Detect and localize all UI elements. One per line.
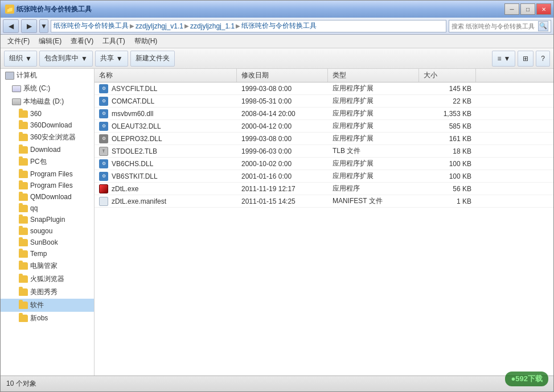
folder-icon bbox=[19, 239, 28, 246]
sidebar-item[interactable]: sougou bbox=[1, 225, 94, 237]
tlb-icon: T bbox=[99, 147, 108, 156]
file-name: COMCAT.DLL bbox=[112, 97, 154, 105]
organize-button[interactable]: 组织 ▼ bbox=[4, 51, 37, 67]
sidebar-item[interactable]: QMDownload bbox=[1, 191, 94, 203]
file-date-cell: 1999-03-08 0:00 bbox=[237, 82, 328, 94]
table-row[interactable]: ⚙VB6STKIT.DLL2001-01-16 0:00应用程序扩展100 KB bbox=[95, 170, 553, 183]
main-window: 📁 纸张吨价与令价转换工具 ─ □ ✕ ◀ ▶ ▼ 纸张吨价与令价转换工具 ▶ … bbox=[0, 0, 554, 392]
sidebar-item[interactable]: 新obs bbox=[1, 312, 94, 325]
file-type-cell: 应用程序扩展 bbox=[328, 82, 419, 94]
file-type-cell: TLB 文件 bbox=[328, 145, 419, 157]
folder-icon bbox=[19, 122, 28, 129]
file-size-cell: 585 KB bbox=[419, 120, 476, 132]
folder-icon bbox=[19, 228, 28, 235]
forward-button[interactable]: ▶ bbox=[21, 19, 37, 33]
sidebar-item[interactable]: Program Files bbox=[1, 180, 94, 191]
breadcrumb-item[interactable]: zzdjyljzhgj_1.1 bbox=[190, 22, 235, 30]
sidebar-item[interactable]: 电脑管家 bbox=[1, 259, 94, 273]
dll-icon: ⚙ bbox=[99, 97, 108, 106]
folder-icon bbox=[19, 171, 28, 178]
help-toolbar-button[interactable]: ? bbox=[536, 51, 550, 67]
header-size[interactable]: 大小 bbox=[419, 69, 476, 82]
table-row[interactable]: ⚙COMCAT.DLL1998-05-31 0:00应用程序扩展22 KB bbox=[95, 95, 553, 108]
close-button[interactable]: ✕ bbox=[536, 3, 551, 15]
sidebar-item[interactable]: 软件 bbox=[1, 299, 94, 312]
header-date[interactable]: 修改日期 bbox=[237, 69, 328, 82]
file-name-cell: zDtL.exe.manifest bbox=[95, 195, 237, 207]
sidebar-item[interactable]: SnapPlugin bbox=[1, 214, 94, 225]
help-icon: ? bbox=[541, 55, 545, 63]
table-row[interactable]: TSTDOLE2.TLB1999-06-03 0:00TLB 文件18 KB bbox=[95, 145, 553, 158]
sidebar-item[interactable]: Program Files bbox=[1, 168, 94, 180]
table-row[interactable]: ⚙VB6CHS.DLL2000-10-02 0:00应用程序扩展100 KB bbox=[95, 158, 553, 170]
search-box: 🔍 bbox=[449, 20, 551, 32]
sidebar-item[interactable]: 360 bbox=[1, 108, 94, 119]
menu-bar: 文件(F) 编辑(E) 查看(V) 工具(T) 帮助(H) bbox=[1, 35, 553, 48]
sidebar-item[interactable]: Download bbox=[1, 144, 94, 155]
breadcrumb-item-current[interactable]: 纸张吨价与令价转换工具 bbox=[241, 21, 317, 31]
toolbar: 组织 ▼ 包含到库中 ▼ 共享 ▼ 新建文件夹 ≡ ▼ ⊞ ? bbox=[1, 48, 553, 69]
sidebar-item[interactable]: 本地磁盘 (D:) bbox=[1, 95, 94, 108]
sidebar-item[interactable]: 系统 (C:) bbox=[1, 82, 94, 95]
breadcrumb-separator: ▶ bbox=[184, 23, 189, 29]
sidebar-item[interactable]: 360Download bbox=[1, 119, 94, 131]
minimize-button[interactable]: ─ bbox=[504, 3, 519, 15]
sidebar-item[interactable]: PC包 bbox=[1, 155, 94, 168]
folder-icon bbox=[19, 205, 28, 212]
new-folder-button[interactable]: 新建文件夹 bbox=[130, 51, 175, 67]
back-button[interactable]: ◀ bbox=[3, 19, 19, 33]
preview-button[interactable]: ⊞ bbox=[518, 51, 534, 67]
sidebar-item-label: Temp bbox=[30, 250, 47, 258]
nav-dropdown-button[interactable]: ▼ bbox=[39, 19, 48, 33]
table-row[interactable]: ⚙OLEPRO32.DLL1999-03-08 0:00应用程序扩展161 KB bbox=[95, 133, 553, 145]
menu-view[interactable]: 查看(V) bbox=[66, 35, 98, 47]
file-name-cell: zDtL.exe bbox=[95, 183, 237, 195]
search-input[interactable] bbox=[452, 23, 537, 30]
file-name-cell: ⚙OLEPRO32.DLL bbox=[95, 133, 237, 145]
table-row[interactable]: ⚙OLEAUT32.DLL2000-04-12 0:00应用程序扩展585 KB bbox=[95, 120, 553, 133]
title-bar: 📁 纸张吨价与令价转换工具 ─ □ ✕ bbox=[1, 1, 553, 18]
title-bar-left: 📁 纸张吨价与令价转换工具 bbox=[5, 5, 92, 14]
share-dropdown-icon: ▼ bbox=[116, 55, 123, 63]
menu-edit[interactable]: 编辑(E) bbox=[34, 35, 66, 47]
sidebar-item-label: QMDownload bbox=[30, 193, 72, 201]
header-type[interactable]: 类型 bbox=[328, 69, 419, 82]
address-bar: ◀ ▶ ▼ 纸张吨价与令价转换工具 ▶ zzdjyljzhgj_v1.1 ▶ z… bbox=[1, 18, 553, 35]
drive-gray-icon bbox=[12, 98, 21, 105]
menu-file[interactable]: 文件(F) bbox=[3, 35, 34, 47]
sidebar-item[interactable]: Temp bbox=[1, 248, 94, 259]
maximize-button[interactable]: □ bbox=[520, 3, 535, 15]
file-size-cell: 22 KB bbox=[419, 95, 476, 107]
breadcrumb-item[interactable]: zzdjyljzhgj_v1.1 bbox=[136, 22, 183, 30]
table-row[interactable]: zDtL.exe2011-11-19 12:17应用程序56 KB bbox=[95, 183, 553, 195]
sidebar-item-label: PC包 bbox=[30, 157, 47, 167]
sidebar-item-label: qq bbox=[30, 204, 38, 212]
include-library-button[interactable]: 包含到库中 ▼ bbox=[39, 51, 93, 67]
sidebar-item[interactable]: qq bbox=[1, 203, 94, 214]
header-name[interactable]: 名称 bbox=[95, 69, 237, 82]
share-button[interactable]: 共享 ▼ bbox=[95, 51, 128, 67]
menu-help[interactable]: 帮助(H) bbox=[130, 35, 162, 47]
sidebar-item[interactable]: 360安全浏览器 bbox=[1, 131, 94, 144]
dll-icon: ⚙ bbox=[99, 172, 108, 181]
breadcrumb-separator: ▶ bbox=[130, 23, 134, 29]
table-row[interactable]: zDtL.exe.manifest2011-01-15 14:25MANIFES… bbox=[95, 195, 553, 208]
search-button[interactable]: 🔍 bbox=[538, 21, 548, 31]
sidebar-item-label: Program Files bbox=[30, 181, 73, 189]
menu-tools[interactable]: 工具(T) bbox=[98, 35, 129, 47]
table-row[interactable]: ⚙msvbvm60.dll2008-04-14 20:00应用程序扩展1,353… bbox=[95, 108, 553, 120]
file-name-cell: ⚙ASYCFILT.DLL bbox=[95, 82, 237, 94]
sidebar-item[interactable]: SunBook bbox=[1, 237, 94, 248]
sidebar-item[interactable]: 美图秀秀 bbox=[1, 286, 94, 299]
breadcrumb: 纸张吨价与令价转换工具 ▶ zzdjyljzhgj_v1.1 ▶ zzdjylj… bbox=[51, 20, 446, 32]
breadcrumb-item[interactable]: 纸张吨价与令价转换工具 bbox=[54, 21, 129, 31]
table-row[interactable]: ⚙ASYCFILT.DLL1999-03-08 0:00应用程序扩展145 KB bbox=[95, 82, 553, 95]
sidebar-item-label: SunBook bbox=[30, 238, 58, 246]
file-type-cell: 应用程序扩展 bbox=[328, 120, 419, 132]
file-name: msvbvm60.dll bbox=[112, 110, 153, 118]
sidebar-item[interactable]: 火狐浏览器 bbox=[1, 273, 94, 286]
dll-icon: ⚙ bbox=[99, 159, 108, 168]
file-date-cell: 1998-05-31 0:00 bbox=[237, 95, 328, 107]
view-mode-button[interactable]: ≡ ▼ bbox=[492, 51, 515, 67]
sidebar-item[interactable]: 计算机 bbox=[1, 69, 94, 82]
